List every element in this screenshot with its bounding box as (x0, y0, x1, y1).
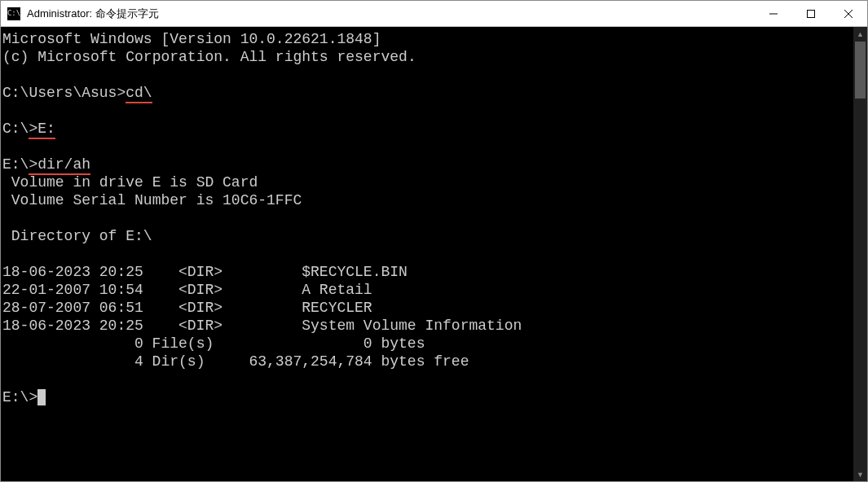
prompt-3-prefix: E:\> (2, 156, 37, 175)
terminal-output[interactable]: Microsoft Windows [Version 10.0.22621.18… (1, 27, 853, 481)
maximize-button[interactable] (792, 1, 830, 26)
directory-of-line: Directory of E:\ (2, 227, 852, 245)
cursor (37, 389, 46, 405)
dir-row-date: 22-01-2007 (2, 281, 99, 299)
final-prompt-prefix: E:\> (2, 389, 37, 405)
dir-row-type: <DIR> (178, 281, 302, 299)
dir-row-name: System Volume Information (302, 317, 522, 335)
dir-listing: 18-06-202320:25<DIR>$RECYCLE.BIN22-01-20… (2, 263, 852, 335)
prompt-2-cmd: E: (37, 120, 55, 139)
dirs-size-label: bytes free (372, 353, 469, 370)
prompt-2: C:\>E: (2, 120, 852, 138)
banner-line-1: Microsoft Windows [Version 10.0.22621.18… (2, 30, 852, 48)
scroll-thumb[interactable] (855, 42, 866, 99)
files-size: 0 (231, 335, 372, 353)
files-summary: 0 File(s)0bytes (2, 335, 852, 353)
files-size-label: bytes (372, 335, 425, 353)
dir-row-date: 28-07-2007 (2, 299, 99, 317)
prompt-3-cmd: dir/ah (37, 156, 90, 175)
window-controls (755, 1, 867, 26)
close-button[interactable] (830, 1, 867, 26)
titlebar[interactable]: C:\ Administrator: 命令提示字元 (1, 1, 867, 27)
dirs-summary: 4 Dir(s)63,387,254,784bytes free (2, 353, 852, 370)
prompt-1: C:\Users\Asus>cd\ (2, 84, 852, 102)
dir-row-name: A Retail (302, 281, 372, 299)
prompt-3: E:\>dir/ah (2, 156, 852, 173)
volume-line: Volume in drive E is SD Card (2, 173, 852, 191)
prompt-2-prefix: C:\> (2, 120, 37, 139)
banner-line-2: (c) Microsoft Corporation. All rights re… (2, 48, 852, 66)
dir-row: 28-07-200706:51<DIR>RECYCLER (2, 299, 852, 317)
serial-line: Volume Serial Number is 10C6-1FFC (2, 191, 852, 209)
dir-row-date: 18-06-2023 (2, 317, 99, 335)
dir-row-name: RECYCLER (302, 299, 372, 317)
dir-row-type: <DIR> (178, 299, 302, 317)
vertical-scrollbar[interactable]: ▲ ▼ (853, 27, 867, 481)
dir-row-time: 06:51 (99, 299, 178, 317)
window-title: Administrator: 命令提示字元 (27, 7, 159, 21)
maximize-icon (807, 10, 815, 18)
dir-row-time: 20:25 (99, 317, 178, 335)
dir-row: 18-06-202320:25<DIR>$RECYCLE.BIN (2, 263, 852, 281)
svg-rect-0 (808, 10, 815, 17)
dir-row: 18-06-202320:25<DIR>System Volume Inform… (2, 317, 852, 335)
dirs-size: 63,387,254,784 (231, 353, 372, 370)
dir-row-type: <DIR> (178, 317, 302, 335)
minimize-icon (769, 10, 778, 18)
files-count: 0 File(s) (134, 335, 231, 353)
final-prompt: E:\> (2, 388, 852, 406)
dir-row: 22-01-200710:54<DIR>A Retail (2, 281, 852, 299)
scroll-up-icon[interactable]: ▲ (853, 27, 867, 41)
cmd-app-icon: C:\ (7, 7, 20, 20)
cmd-app-icon-glyph: C:\ (7, 10, 20, 17)
close-icon (844, 10, 853, 18)
dir-row-date: 18-06-2023 (2, 263, 99, 281)
terminal-area: Microsoft Windows [Version 10.0.22621.18… (1, 27, 867, 481)
minimize-button[interactable] (755, 1, 792, 26)
prompt-1-prefix: C:\Users\Asus> (2, 85, 126, 101)
dir-row-name: $RECYCLE.BIN (302, 263, 408, 281)
dir-row-time: 10:54 (99, 281, 178, 299)
dir-row-time: 20:25 (99, 263, 178, 281)
scroll-down-icon[interactable]: ▼ (853, 467, 867, 481)
dir-row-type: <DIR> (178, 263, 302, 281)
dirs-count: 4 Dir(s) (134, 353, 231, 370)
prompt-1-cmd: cd\ (126, 85, 152, 103)
